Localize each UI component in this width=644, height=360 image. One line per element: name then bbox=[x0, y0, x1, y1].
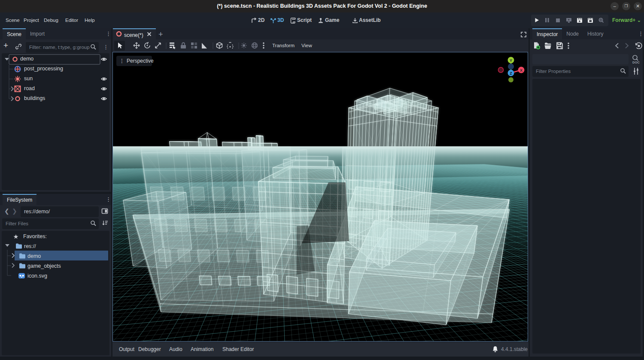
svg-text:Z: Z bbox=[510, 71, 512, 76]
svg-text:X: X bbox=[520, 68, 522, 73]
svg-text:DOC: DOC bbox=[632, 61, 640, 64]
svg-text:Y: Y bbox=[510, 58, 512, 63]
